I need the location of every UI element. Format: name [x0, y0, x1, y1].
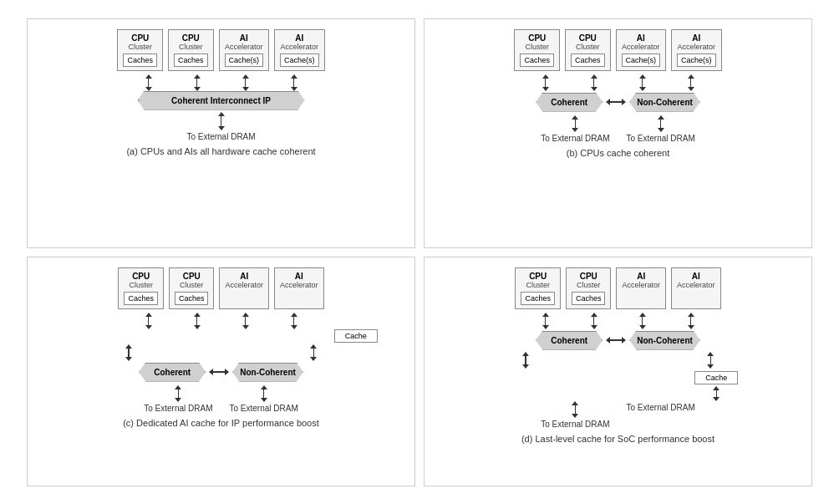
- diagram-a: CPU Cluster Caches CPU Cluster Caches AI…: [27, 18, 415, 248]
- cluster-ai2-c: AI Accelerator: [274, 267, 324, 309]
- cluster-cpu2-d: CPU Cluster Caches: [566, 267, 612, 309]
- cache-box: Caches: [174, 53, 208, 67]
- dram-label-c1: To External DRAM: [144, 404, 212, 413]
- cache-box: Cache(s): [280, 53, 319, 67]
- interconnect-row-c: Coherent Non-Coherent: [139, 363, 303, 382]
- caption-d: (d) Last-level cache for SoC performance…: [521, 434, 714, 444]
- arrow-to-dram-a: [218, 112, 225, 130]
- dram-label-b1: To External DRAM: [541, 134, 609, 143]
- cluster-ai2-b: AI Accelerator Cache(s): [671, 29, 722, 71]
- caption-a: (a) CPUs and AIs all hardware cache cohe…: [126, 146, 315, 156]
- h-arrow-c: [209, 369, 229, 375]
- diagram-b: CPU Cluster Caches CPU Cluster Caches AI…: [424, 18, 812, 248]
- noncoherent-banner-d: Non-Coherent: [629, 331, 700, 350]
- cluster-title: AI: [225, 33, 264, 43]
- arrows-c-top: [127, 313, 316, 329]
- h-arrow-b: [606, 99, 626, 105]
- cluster-cpu2-c: CPU Cluster Caches: [169, 267, 215, 309]
- arrows-c-mid: [36, 344, 406, 361]
- dram-label-c2: To External DRAM: [230, 404, 298, 413]
- cluster-cpu2-a: CPU Cluster Caches: [168, 29, 214, 71]
- h-arrow-d: [606, 337, 626, 344]
- cluster-subtitle: Accelerator: [280, 43, 319, 51]
- main-container: CPU Cluster Caches CPU Cluster Caches AI…: [18, 10, 821, 495]
- dram-label-b2: To External DRAM: [627, 134, 695, 143]
- clusters-row-d: CPU Cluster Caches CPU Cluster Caches AI…: [515, 267, 720, 309]
- clusters-row-a: CPU Cluster Caches CPU Cluster Caches AI…: [117, 29, 324, 71]
- cluster-title: AI: [280, 33, 319, 43]
- diagram-d: CPU Cluster Caches CPU Cluster Caches AI…: [424, 257, 812, 486]
- dram-row-d: To External DRAM To External DRAM: [541, 401, 695, 429]
- dram-label-d1: To External DRAM: [541, 420, 609, 429]
- noncoherent-banner-b: Non-Coherent: [629, 93, 700, 112]
- arrows-b: [524, 74, 713, 91]
- caption-b: (b) CPUs cache coherent: [567, 148, 670, 158]
- cache-box: Cache(s): [225, 53, 264, 67]
- cluster-ai1-c: AI Accelerator: [219, 267, 269, 309]
- coherent-banner-b: Coherent: [536, 93, 603, 112]
- interconnect-banner-a: Coherent Interconnect IP: [138, 91, 305, 110]
- cluster-ai2-a: AI Accelerator Cache(s): [274, 29, 325, 71]
- dram-label-d2: To External DRAM: [627, 403, 695, 412]
- ai-cache-c: Cache: [334, 329, 378, 343]
- cluster-cpu2-b: CPU Cluster Caches: [565, 29, 611, 71]
- cluster-cpu1-c: CPU Cluster Caches: [118, 267, 164, 309]
- arrows-d-top: [524, 313, 713, 329]
- cluster-title: CPU: [123, 33, 157, 43]
- dram-row-c: To External DRAM To External DRAM: [144, 385, 298, 413]
- diagram-c: CPU Cluster Caches CPU Cluster Caches AI…: [27, 257, 415, 486]
- cluster-ai1-b: AI Accelerator Cache(s): [616, 29, 667, 71]
- llc-box-d: Cache: [694, 371, 738, 384]
- coherent-banner-d: Coherent: [536, 331, 603, 350]
- clusters-row-b: CPU Cluster Caches CPU Cluster Caches AI…: [514, 29, 721, 71]
- v-arrow-2: [175, 74, 219, 91]
- cluster-ai1-a: AI Accelerator Cache(s): [219, 29, 270, 71]
- cluster-cpu1-d: CPU Cluster Caches: [515, 267, 561, 309]
- interconnect-row-b: Coherent Non-Coherent: [536, 93, 700, 112]
- cluster-ai2-d: AI Accelerator: [671, 267, 721, 309]
- cluster-ai1-d: AI Accelerator: [616, 267, 666, 309]
- cluster-subtitle: Cluster: [174, 43, 208, 51]
- v-arrow-1: [127, 74, 170, 91]
- arrows-d-mid: [433, 352, 803, 369]
- ai-cache-container-c: Cache: [36, 329, 406, 343]
- coherent-banner-c: Coherent: [139, 363, 206, 382]
- v-arrow-4: [272, 74, 316, 91]
- cluster-cpu1-a: CPU Cluster Caches: [117, 29, 163, 71]
- dram-label-a: To External DRAM: [186, 132, 255, 141]
- cluster-title: CPU: [174, 33, 208, 43]
- cluster-subtitle: Cluster: [123, 43, 157, 51]
- cluster-cpu1-b: CPU Cluster Caches: [514, 29, 560, 71]
- arrows-to-interconnect-a: [127, 74, 316, 91]
- cache-box: Caches: [123, 53, 157, 67]
- noncoherent-banner-c: Non-Coherent: [232, 363, 303, 382]
- dram-row-b: To External DRAM To External DRAM: [541, 115, 695, 143]
- llc-row-d: Cache: [433, 369, 803, 401]
- interconnect-row-d: Coherent Non-Coherent: [536, 331, 700, 350]
- v-arrow-3: [224, 74, 267, 91]
- caption-c: (c) Dedicated AI cache for IP performanc…: [123, 418, 319, 428]
- cluster-subtitle: Accelerator: [225, 43, 264, 51]
- clusters-row-c: CPU Cluster Caches CPU Cluster Caches AI…: [118, 267, 323, 309]
